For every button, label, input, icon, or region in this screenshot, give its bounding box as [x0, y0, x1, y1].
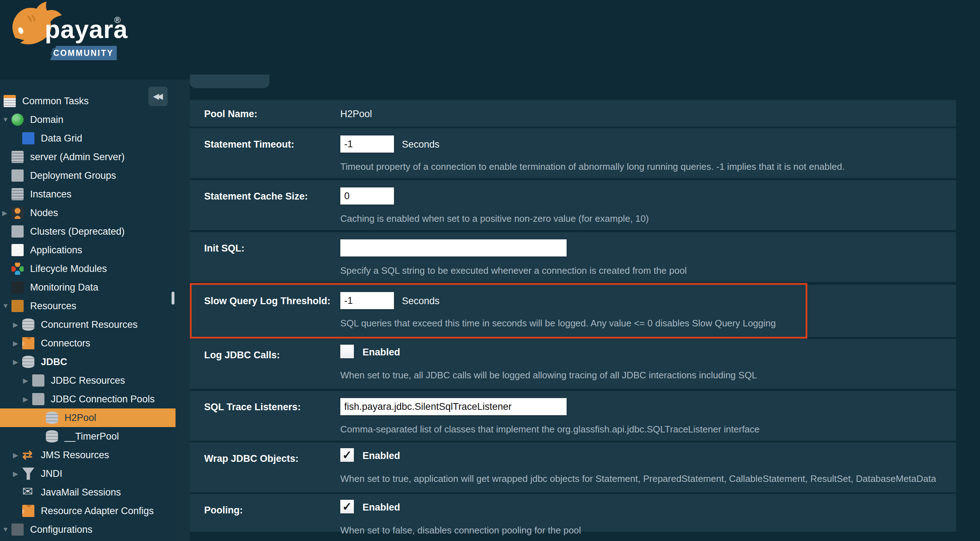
sidebar-item-domain[interactable]: ▼Domain	[0, 110, 175, 129]
sidebar-scrollbar-thumb[interactable]	[172, 292, 175, 304]
sidebar-item-label: server (Admin Server)	[30, 151, 125, 163]
sidebar-item-label: Connectors	[41, 338, 90, 349]
expander-down-icon[interactable]: ▼	[2, 302, 11, 310]
enabled-checkbox[interactable]: ✓	[340, 500, 354, 513]
sidebar-item-instances[interactable]: Instances	[0, 185, 175, 204]
form-row: Log JDBC Calls:✓EnabledWhen set to true,…	[190, 339, 956, 389]
help-text: SQL queries that exceed this time in sec…	[340, 318, 776, 329]
expander-right-icon[interactable]: ▶	[13, 358, 22, 366]
sidebar-item-label: Resources	[30, 301, 76, 312]
sidebar-item-resources[interactable]: ▼Resources	[0, 297, 175, 315]
sidebar-item-label: JavaMail Sessions	[41, 487, 121, 498]
sidebar-item-clusters-deprecated[interactable]: Clusters (Deprecated)	[0, 222, 175, 241]
help-text: Comma-separated list of classes that imp…	[340, 424, 760, 435]
top-header-band: payara ® COMMUNITY	[0, 0, 980, 80]
input-suffix: Seconds	[402, 139, 439, 150]
sidebar-item-label: JDBC	[41, 356, 67, 368]
sidebar-item-label: Monitoring Data	[30, 282, 99, 293]
sidebar-item-jms-resources[interactable]: ▶JMS Resources	[0, 446, 175, 464]
field-label: Pool Name:	[204, 108, 258, 120]
sidebar-item-timerpool[interactable]: __TimerPool	[0, 427, 175, 446]
help-text: Caching is enabled when set to a positiv…	[340, 213, 649, 224]
field-label: SQL Trace Listeners:	[204, 402, 301, 413]
sidebar-item-label: Data Grid	[41, 133, 83, 144]
text-input[interactable]	[340, 188, 394, 205]
sidebar-item-deployment-groups[interactable]: Deployment Groups	[0, 166, 175, 185]
expander-down-icon[interactable]: ▼	[2, 526, 11, 533]
sidebar-item-jndi[interactable]: ▶JNDI	[0, 464, 175, 483]
help-text: Timeout property of a connection to enab…	[340, 161, 845, 172]
sliders-icon	[11, 523, 24, 536]
field-value: H2Pool	[340, 108, 372, 120]
expander-right-icon[interactable]: ▶	[23, 377, 32, 385]
form-row: Pooling:✓EnabledWhen set to false, disab…	[190, 494, 956, 532]
sidebar-item-javamail-sessions[interactable]: JavaMail Sessions	[0, 483, 175, 501]
field-label: Statement Cache Size:	[204, 191, 308, 202]
help-text: When set to false, disables connection p…	[340, 525, 581, 536]
mail-icon	[22, 486, 34, 498]
form-row: Slow Query Log Threshold:SecondsSQL quer…	[190, 285, 956, 337]
checkbox-label: Enabled	[363, 347, 400, 358]
sidebar-item-server-admin-server[interactable]: server (Admin Server)	[0, 148, 175, 166]
form-row: Statement Cache Size:Caching is enabled …	[190, 180, 956, 230]
sidebar-item-label: Common Tasks	[22, 95, 89, 107]
sidebar-item-connectors[interactable]: ▶Connectors	[0, 334, 175, 353]
community-badge: COMMUNITY	[50, 46, 117, 60]
field-area: Specify a SQL string to be executed when…	[340, 232, 949, 282]
sidebar-item-label: JDBC Resources	[51, 375, 125, 386]
text-input[interactable]	[340, 135, 394, 153]
monitor-d-icon	[11, 281, 24, 293]
payara-logo: payara ® COMMUNITY	[8, 1, 126, 72]
server-icon	[11, 188, 24, 200]
db-icon	[22, 356, 34, 368]
field-area: SecondsTimeout property of a connection …	[340, 128, 949, 178]
sidebar-item-applications[interactable]: Applications	[0, 241, 175, 259]
server-icon	[11, 151, 24, 163]
field-label: Log JDBC Calls:	[204, 350, 280, 361]
field-label: Wrap JDBC Objects:	[204, 453, 299, 464]
sidebar-item-data-grid[interactable]: Data Grid	[0, 129, 175, 148]
enabled-checkbox[interactable]: ✓	[340, 345, 354, 358]
expander-right-icon[interactable]: ▶	[2, 209, 11, 217]
funnel-icon	[22, 468, 34, 480]
sidebar-item-lifecycle-modules[interactable]: Lifecycle Modules	[0, 259, 175, 278]
expander-right-icon[interactable]: ▶	[13, 339, 22, 347]
sidebar-item-jdbc-connection-pools[interactable]: ▶JDBC Connection Pools	[0, 390, 175, 409]
field-area: Caching is enabled when set to a positiv…	[340, 180, 949, 230]
field-label: Slow Query Log Threshold:	[204, 296, 331, 307]
content-tab[interactable]	[190, 75, 269, 88]
field-label: Pooling:	[204, 505, 243, 516]
enabled-checkbox[interactable]: ✓	[340, 448, 354, 462]
sidebar-item-label: JNDI	[41, 468, 62, 479]
checkbox-label: Enabled	[363, 502, 400, 513]
expander-right-icon[interactable]: ▶	[13, 470, 22, 478]
grid-icon	[22, 132, 34, 145]
form-row: Statement Timeout:SecondsTimeout propert…	[190, 128, 956, 178]
expander-right-icon[interactable]: ▶	[13, 451, 22, 459]
sidebar-item-label: JMS Resources	[41, 450, 109, 461]
db-icon	[22, 318, 34, 331]
sidebar-item-label: Applications	[30, 245, 83, 256]
sidebar-item-resource-adapter-configs[interactable]: Resource Adapter Configs	[0, 501, 175, 520]
text-input[interactable]	[340, 292, 394, 309]
text-input[interactable]	[340, 398, 566, 415]
expander-right-icon[interactable]: ▶	[23, 395, 32, 403]
field-area: ✓EnabledWhen set to true, all JDBC calls…	[340, 339, 949, 389]
db-icon	[46, 412, 58, 424]
sidebar-item-h2pool[interactable]: H2Pool	[0, 409, 175, 427]
sidebar-item-label: Deployment Groups	[30, 170, 116, 181]
community-badge-label: COMMUNITY	[53, 48, 114, 58]
checkbox-label: Enabled	[363, 450, 400, 461]
expander-down-icon[interactable]: ▼	[2, 116, 11, 124]
sidebar-item-configurations[interactable]: ▼Configurations	[0, 520, 175, 539]
sidebar-item-jdbc-resources[interactable]: ▶JDBC Resources	[0, 371, 175, 390]
sidebar-item-jdbc[interactable]: ▶JDBC	[0, 353, 175, 371]
field-area: ✓EnabledWhen set to false, disables conn…	[340, 494, 949, 532]
sidebar-item-monitoring-data[interactable]: Monitoring Data	[0, 278, 175, 297]
sidebar-collapse-button[interactable]: ◀◀	[148, 87, 168, 106]
text-input[interactable]	[340, 239, 566, 256]
expander-right-icon[interactable]: ▶	[13, 321, 22, 329]
sidebar-item-concurrent-resources[interactable]: ▶Concurrent Resources	[0, 315, 175, 334]
form-row: Pool Name:H2Pool	[190, 100, 956, 126]
sidebar-item-nodes[interactable]: ▶Nodes	[0, 204, 175, 222]
